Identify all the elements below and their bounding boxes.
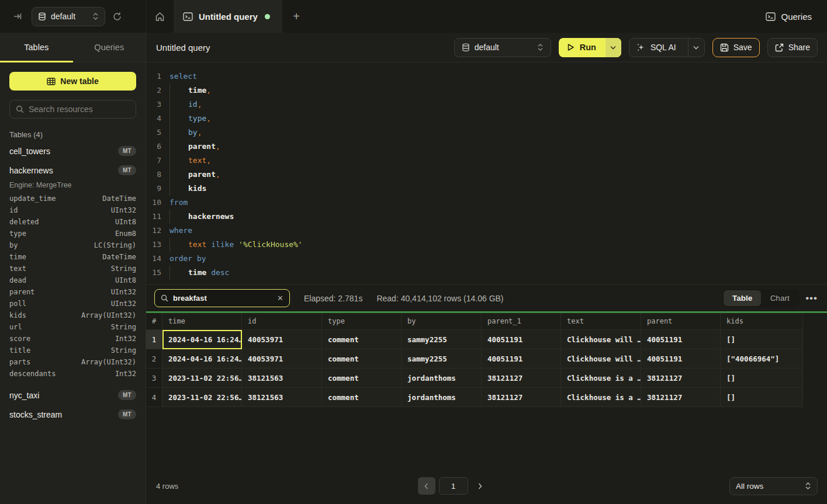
sidebar-tab-tables[interactable]: Tables [0,33,73,62]
query-actions: default Run [454,38,818,57]
sql-ai-options-button[interactable] [688,39,704,57]
grid-cell[interactable]: 38121127 [641,369,721,388]
grid-cell[interactable]: 40053971 [242,349,322,369]
queries-button[interactable]: Queries [766,0,812,33]
grid-cell[interactable]: 38121127 [641,388,721,407]
column-row: pollUInt32 [0,298,146,310]
topbar-database-selector[interactable]: default [32,7,105,26]
grid-rownum-cell[interactable]: 1 [146,330,162,349]
refresh-button[interactable] [112,12,122,22]
view-toggle-chart[interactable]: Chart [761,290,798,306]
grid-header-cell[interactable]: id [242,313,322,330]
grid-cell[interactable]: 2023-11-02 22:56… [162,369,242,388]
collapse-sidebar-button[interactable] [13,12,22,21]
sql-ai-button-label: SQL AI [650,43,676,52]
more-options-button[interactable]: ••• [805,293,818,304]
column-type: Int32 [115,335,136,343]
grid-cell[interactable]: 40051191 [482,349,561,369]
column-type: LC(String) [94,241,136,249]
grid-cell[interactable]: sammy2255 [402,349,482,369]
results-footer: 4 rows 1 All rows [146,468,827,504]
grid-rownum-cell[interactable]: 4 [146,388,162,407]
table-item[interactable]: cell_towersMT [0,141,146,161]
clear-search-button[interactable]: ✕ [277,294,283,303]
grid-cell[interactable]: Clickhouse will … [561,330,641,349]
chevron-down-icon [610,46,616,50]
column-name: parts [9,358,30,366]
grid-cell[interactable]: [] [721,369,803,388]
ellipsis-icon: ••• [805,293,818,304]
grid-cell[interactable]: comment [322,369,402,388]
grid-cell[interactable]: 38121563 [242,388,322,407]
share-button-label: Share [788,43,810,52]
column-row: timeDateTime [0,251,146,263]
queries-terminal-icon [766,12,776,21]
grid-cell[interactable]: sammy2255 [402,330,482,349]
run-button[interactable]: Run [559,38,605,57]
grid-cell[interactable]: 38121127 [482,388,561,407]
grid-cell[interactable]: comment [322,388,402,407]
query-database-selector[interactable]: default [454,38,551,57]
grid-cell[interactable]: 2023-11-02 22:56… [162,388,242,407]
editor-lines: 1select2time,3id,4type,5by,6parent,7text… [146,69,827,280]
sql-ai-button[interactable]: SQL AI [629,39,683,57]
chevron-down-icon [693,46,699,50]
save-button[interactable]: Save [712,38,760,57]
grid-header-cell[interactable]: type [322,313,402,330]
line-number: 8 [146,168,161,182]
run-options-button[interactable] [605,38,621,57]
grid-cell[interactable]: ["40066964"] [721,349,803,369]
grid-cell[interactable]: 40051191 [482,330,561,349]
table-item[interactable]: nyc_taxiMT [0,385,146,405]
line-number: 6 [146,140,161,154]
tab-untitled-query[interactable]: Untitled query [174,0,282,33]
editor-line: 10from [146,196,827,210]
grid-cell[interactable]: comment [322,349,402,369]
grid-cell[interactable]: 38121563 [242,369,322,388]
grid-cell[interactable]: 2024-04-16 16:24… [162,349,242,369]
grid-cell[interactable]: 2024-04-16 16:24… [162,330,242,349]
line-code: time, [169,84,211,98]
home-button[interactable] [146,0,174,33]
sql-editor[interactable]: 1select2time,3id,4type,5by,6parent,7text… [146,62,827,284]
rows-per-page-selector[interactable]: All rows [729,477,818,495]
table-item[interactable]: stocks_streamMT [0,405,146,424]
grid-cell[interactable]: 38121127 [482,369,561,388]
column-name: update_time [9,194,56,203]
grid-header-cell[interactable]: time [162,313,242,330]
page-number-input[interactable]: 1 [439,477,468,495]
grid-cell[interactable]: 40053971 [242,330,322,349]
table-item[interactable]: hackernewsMT [0,161,146,180]
grid-header-cell[interactable]: parent_1 [482,313,561,330]
grid-rownum-cell[interactable]: 2 [146,349,162,369]
grid-cell[interactable]: Clickhouse is a … [561,369,641,388]
new-table-button[interactable]: New table [9,72,136,91]
grid-cell[interactable]: comment [322,330,402,349]
new-tab-button[interactable]: + [282,0,310,33]
grid-header-cell[interactable]: parent [641,313,721,330]
grid-cell[interactable]: 40051191 [641,349,721,369]
view-toggle-table[interactable]: Table [724,290,761,306]
top-bar: default Untitled query + [0,0,827,33]
grid-cell[interactable]: Clickhouse is a … [561,388,641,407]
share-button[interactable]: Share [767,38,818,57]
grid-cell[interactable]: [] [721,330,803,349]
grid-cell[interactable]: jordanthoms [402,388,482,407]
grid-header-cell[interactable]: kids [721,313,803,330]
grid-cell[interactable]: Clickhouse will … [561,349,641,369]
grid-header-cell[interactable]: text [561,313,641,330]
grid-cell[interactable]: jordanthoms [402,369,482,388]
sidebar-tab-queries[interactable]: Queries [73,33,146,62]
grid-header-cell[interactable]: by [402,313,482,330]
column-type: String [111,346,136,354]
column-row: descendantsInt32 [0,368,146,380]
grid-rownum-cell[interactable]: 3 [146,369,162,388]
column-name: by [9,241,18,249]
grid-cell[interactable]: [] [721,388,803,407]
grid-cell[interactable]: 40051191 [641,330,721,349]
sidebar-search-input[interactable] [29,105,134,114]
next-page-button[interactable] [472,477,489,495]
results-search-input[interactable] [173,294,272,303]
grid-row: 42023-11-02 22:56…38121563commentjordant… [146,388,803,407]
prev-page-button[interactable] [418,477,435,495]
